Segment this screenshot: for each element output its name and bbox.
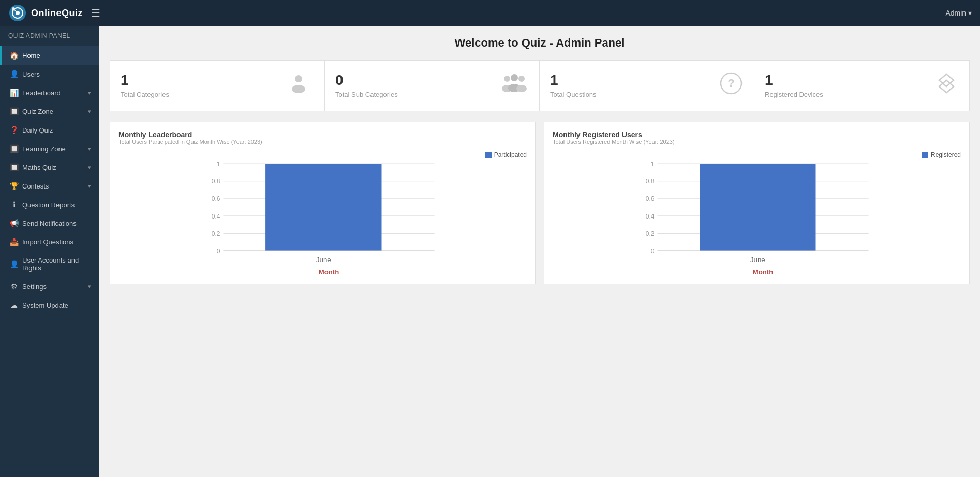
sidebar-item-maths-quiz[interactable]: 🔲 Maths Quiz ▾ — [0, 158, 99, 177]
sidebar-icon-users: 👤 — [10, 70, 18, 78]
main-layout: Quiz Admin Panel 🏠 Home 👤 Users 📊 Leader… — [0, 26, 980, 477]
sidebar-label-user-accounts: User Accounts and Rights — [22, 256, 91, 272]
sidebar-item-leaderboard[interactable]: 📊 Leaderboard ▾ — [0, 83, 99, 102]
sidebar-icon-leaderboard: 📊 — [10, 89, 18, 97]
sidebar-item-contests[interactable]: 🏆 Contests ▾ — [0, 177, 99, 195]
stat-card-0: 1 Total Categories — [110, 61, 325, 111]
sidebar-header: Quiz Admin Panel — [0, 26, 99, 46]
stat-number-1: 0 — [335, 73, 398, 88]
stat-info-1: 0 Total Sub Categories — [335, 73, 398, 98]
svg-text:Month: Month — [753, 268, 774, 276]
stat-icon-1 — [500, 71, 529, 100]
sidebar-arrow-settings: ▾ — [88, 283, 91, 290]
chart-legend-0: Participated — [485, 151, 527, 158]
sidebar-label-users: Users — [22, 70, 40, 78]
sidebar-label-system-update: System Update — [22, 301, 68, 309]
chart-title-1: Monthly Registered Users — [553, 131, 961, 139]
stat-label-0: Total Categories — [121, 91, 169, 98]
sidebar-icon-send-notifications: 📢 — [10, 219, 18, 227]
sidebar-icon-daily-quiz: ❓ — [10, 126, 18, 134]
sidebar-arrow-contests: ▾ — [88, 183, 91, 190]
chart-area-0: Participated 00.20.40.60.81 June Month — [118, 151, 527, 276]
svg-point-4 — [295, 75, 302, 82]
sidebar-label-leaderboard: Leaderboard — [22, 89, 61, 97]
svg-text:Month: Month — [319, 268, 339, 276]
sidebar-icon-contests: 🏆 — [10, 182, 18, 190]
sidebar-label-send-notifications: Send Notifications — [22, 220, 77, 227]
sidebar-item-system-update[interactable]: ☁ System Update — [0, 296, 99, 314]
svg-point-8 — [511, 74, 518, 81]
chart-svg-1: 00.20.40.60.81 June Month — [553, 151, 961, 276]
sidebar-arrow-learning-zone: ▾ — [88, 146, 91, 152]
svg-text:0: 0 — [651, 248, 655, 255]
svg-point-11 — [516, 85, 527, 92]
sidebar-item-send-notifications[interactable]: 📢 Send Notifications — [0, 214, 99, 233]
sidebar-item-import-questions[interactable]: 📥 Import Questions — [0, 233, 99, 251]
svg-text:0.2: 0.2 — [646, 230, 655, 237]
svg-text:1: 1 — [651, 161, 655, 168]
chart-title-0: Monthly Leaderboard — [118, 131, 527, 139]
main-content: Welcome to Quiz - Admin Panel 1 Total Ca… — [99, 26, 980, 477]
svg-text:0.6: 0.6 — [212, 195, 220, 203]
sidebar-label-quiz-zone: Quiz Zone — [22, 108, 53, 115]
stat-number-2: 1 — [550, 73, 597, 88]
stats-row: 1 Total Categories 0 Total Sub Categorie… — [110, 60, 970, 111]
sidebar-item-learning-zone[interactable]: 🔲 Learning Zone ▾ — [0, 139, 99, 158]
svg-point-10 — [518, 76, 525, 82]
chart-card-registered-chart: Monthly Registered Users Total Users Reg… — [544, 122, 970, 284]
stat-info-2: 1 Total Questions — [550, 73, 597, 98]
svg-text:June: June — [316, 256, 331, 264]
sidebar-item-home[interactable]: 🏠 Home — [0, 46, 99, 65]
sidebar-label-question-reports: Question Reports — [22, 201, 75, 209]
sidebar-icon-system-update: ☁ — [10, 301, 18, 309]
sidebar-icon-home: 🏠 — [10, 51, 18, 60]
stat-info-3: 1 Registered Devices — [765, 73, 823, 98]
sidebar-item-question-reports[interactable]: ℹ Question Reports — [0, 195, 99, 214]
svg-text:0: 0 — [217, 248, 220, 255]
sidebar-arrow-maths-quiz: ▾ — [88, 164, 91, 171]
stat-icon-0 — [289, 71, 314, 100]
sidebar-label-learning-zone: Learning Zone — [22, 145, 66, 153]
chart-legend-1: Registered — [922, 151, 961, 158]
sidebar-icon-user-accounts: 👤 — [10, 260, 18, 268]
svg-text:0.2: 0.2 — [212, 230, 220, 237]
sidebar-item-daily-quiz[interactable]: ❓ Daily Quiz — [0, 121, 99, 139]
charts-row: Monthly Leaderboard Total Users Particip… — [110, 122, 970, 284]
sidebar-label-contests: Contests — [22, 182, 49, 190]
sidebar-item-quiz-zone[interactable]: 🔲 Quiz Zone ▾ — [0, 102, 99, 121]
sidebar-label-settings: Settings — [22, 283, 47, 291]
hamburger-button[interactable]: ☰ — [91, 7, 100, 19]
chart-card-leaderboard-chart: Monthly Leaderboard Total Users Particip… — [110, 122, 536, 284]
svg-text:0.4: 0.4 — [646, 213, 655, 220]
sidebar-label-home: Home — [22, 52, 40, 60]
brand-name: OnlineQuiz — [31, 8, 83, 19]
sidebar-item-user-accounts[interactable]: 👤 User Accounts and Rights — [0, 251, 99, 277]
svg-text:June: June — [750, 256, 765, 264]
sidebar-item-users[interactable]: 👤 Users — [0, 65, 99, 83]
svg-text:?: ? — [727, 77, 734, 90]
stat-icon-2: ? — [719, 71, 744, 100]
sidebar-icon-maths-quiz: 🔲 — [10, 163, 18, 171]
svg-text:0.8: 0.8 — [646, 178, 655, 185]
svg-point-6 — [504, 76, 510, 82]
chart-area-1: Registered 00.20.40.60.81 June Month — [553, 151, 961, 276]
stat-card-1: 0 Total Sub Categories — [325, 61, 540, 111]
sidebar-item-settings[interactable]: ⚙ Settings ▾ — [0, 277, 99, 296]
svg-text:0.4: 0.4 — [212, 213, 220, 220]
admin-dropdown-button[interactable]: Admin ▾ — [945, 9, 972, 17]
svg-rect-42 — [700, 164, 815, 251]
sidebar-nav: 🏠 Home 👤 Users 📊 Leaderboard ▾ 🔲 Quiz Zo… — [0, 46, 99, 314]
svg-text:0.8: 0.8 — [212, 178, 220, 185]
stat-icon-3 — [934, 71, 959, 100]
stat-card-2: 1 Total Questions ? — [540, 61, 754, 111]
stat-label-2: Total Questions — [550, 91, 597, 98]
brand-logo-icon — [8, 4, 27, 22]
page-title: Welcome to Quiz - Admin Panel — [110, 36, 970, 50]
stat-card-3: 1 Registered Devices — [754, 61, 969, 111]
chart-svg-0: 00.20.40.60.81 June Month — [118, 151, 527, 276]
sidebar-label-maths-quiz: Maths Quiz — [22, 164, 56, 171]
sidebar-icon-import-questions: 📥 — [10, 238, 18, 246]
sidebar-icon-quiz-zone: 🔲 — [10, 107, 18, 115]
sidebar-label-daily-quiz: Daily Quiz — [22, 126, 53, 134]
svg-text:1: 1 — [217, 161, 220, 168]
